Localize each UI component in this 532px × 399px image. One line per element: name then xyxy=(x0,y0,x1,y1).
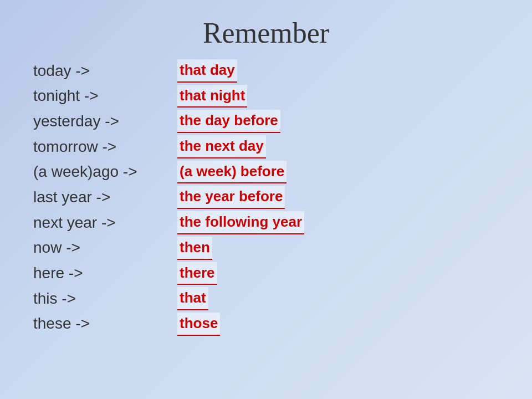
left-term-9: this -> xyxy=(33,288,177,310)
left-term-4: (a week)ago -> xyxy=(33,161,177,183)
left-term-3: tomorrow -> xyxy=(33,136,177,158)
table-row: last year ->the year before xyxy=(33,186,532,209)
translation-9: that xyxy=(177,287,208,310)
left-term-7: now -> xyxy=(33,237,177,259)
page-title: Remember xyxy=(203,17,329,49)
left-term-2: yesterday -> xyxy=(33,110,177,133)
translation-5: the year before xyxy=(177,186,285,209)
translation-3: the next day xyxy=(177,135,266,158)
table-row: next year ->the following year xyxy=(33,211,532,234)
translation-1: that night xyxy=(177,85,247,108)
table-row: tonight ->that night xyxy=(33,85,532,108)
left-term-6: next year -> xyxy=(33,212,177,234)
table-row: tomorrow ->the next day xyxy=(33,135,532,158)
table-row: here ->there xyxy=(33,262,532,285)
table-row: today ->that day xyxy=(33,59,532,83)
content-area: today ->that daytonight ->that nightyest… xyxy=(0,59,532,336)
left-term-0: today -> xyxy=(33,60,177,83)
translation-7: then xyxy=(177,237,212,260)
translation-0: that day xyxy=(177,59,237,83)
translation-2: the day before xyxy=(177,110,280,133)
translation-8: there xyxy=(177,262,217,285)
translation-6: the following year xyxy=(177,211,304,234)
table-row: these ->those xyxy=(33,313,532,336)
table-row: yesterday ->the day before xyxy=(33,110,532,133)
table-row: this ->that xyxy=(33,287,532,310)
table-row: (a week)ago ->(a week) before xyxy=(33,161,532,184)
left-term-5: last year -> xyxy=(33,186,177,209)
translation-4: (a week) before xyxy=(177,161,287,184)
table-row: now ->then xyxy=(33,237,532,260)
translation-10: those xyxy=(177,313,220,336)
left-term-8: here -> xyxy=(33,262,177,285)
left-term-10: these -> xyxy=(33,313,177,335)
left-term-1: tonight -> xyxy=(33,85,177,108)
